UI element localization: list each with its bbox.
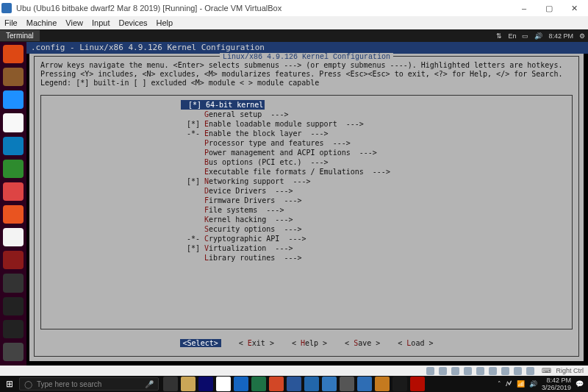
kconfig-menu-list[interactable]: [*] 64-bit kernel General setup --->[*] …	[181, 100, 390, 263]
amazon-icon[interactable]	[3, 228, 24, 246]
start-button[interactable]: ⊞	[0, 376, 19, 392]
updater-icon[interactable]	[3, 297, 24, 316]
edge-icon[interactable]	[322, 377, 337, 391]
explorer-icon[interactable]	[181, 377, 196, 391]
tray-power-icon[interactable]: 🗲	[506, 380, 512, 388]
maximize-button[interactable]: ▢	[537, 0, 562, 16]
kconfig-item[interactable]: File systems --->	[181, 205, 390, 215]
usb-indicator-icon[interactable]	[464, 367, 472, 375]
kconfig-item[interactable]: Power management and ACPI options --->	[181, 148, 390, 157]
files-icon[interactable]	[3, 68, 24, 86]
kconfig-item[interactable]: Device Drivers --->	[181, 186, 390, 196]
search-placeholder: Type here to search	[37, 380, 101, 388]
kconfig-xit-button[interactable]: < Exit >	[239, 339, 274, 347]
chrome-icon[interactable]	[216, 377, 231, 391]
kconfig-item[interactable]: Library routines --->	[181, 253, 390, 263]
kconfig-item[interactable]: -*- Cryptographic API --->	[181, 234, 390, 243]
gnome-top-panel: Terminal ⇅ En ▭ 🔊 8:42 PM ⚙	[0, 29, 588, 42]
cortana-icon: ◯	[24, 380, 32, 388]
kconfig-item[interactable]: General setup --->	[181, 110, 390, 119]
cpu-indicator-icon[interactable]	[514, 367, 522, 375]
dash-icon[interactable]	[3, 45, 24, 63]
search-input[interactable]: ◯ Type here to search 🎤	[19, 377, 159, 391]
windows-taskbar: ⊞ ◯ Type here to search 🎤 ˄ 🗲 📶 🔊 8:42 P…	[0, 376, 588, 392]
notepad-icon[interactable]	[340, 377, 354, 391]
host-menu-input[interactable]: Input	[92, 18, 110, 27]
kconfig-item[interactable]: [*] Enable loadable module support --->	[181, 119, 390, 129]
host-menu-machine[interactable]: Machine	[26, 18, 57, 27]
store-icon[interactable]	[198, 377, 213, 391]
impress-icon[interactable]	[3, 182, 24, 201]
outlook-icon[interactable]	[234, 377, 248, 391]
kconfig-item[interactable]: Executable file formats / Emulations ---…	[181, 167, 390, 177]
kdetool-icon[interactable]	[304, 377, 319, 391]
system-tray: ˄ 🗲 📶 🔊 8:42 PM 3/26/2019 💬	[493, 377, 588, 391]
kconfig-oad-button[interactable]: < Load >	[398, 339, 433, 347]
network-icon[interactable]: ⇅	[496, 32, 502, 40]
active-app-label[interactable]: Terminal	[0, 30, 40, 41]
trash-icon[interactable]	[3, 343, 24, 361]
running-vm-icon[interactable]	[375, 377, 390, 391]
minimize-button[interactable]: –	[512, 0, 537, 16]
host-menu-help[interactable]: Help	[157, 18, 173, 27]
host-menu-file[interactable]: File	[4, 18, 18, 27]
libreoffice-icon[interactable]	[3, 113, 24, 132]
photos-icon[interactable]	[392, 377, 407, 391]
kconfig-item[interactable]: Security options --->	[181, 224, 390, 234]
excel-icon[interactable]	[251, 377, 266, 391]
battery-icon[interactable]: ▭	[522, 32, 528, 40]
disk-indicator-icon[interactable]	[426, 367, 434, 375]
task-view-icon[interactable]	[163, 377, 178, 391]
kconfig-item[interactable]: [*] Virtualization --->	[181, 243, 390, 253]
ubuntu-software-icon[interactable]	[3, 205, 24, 224]
kconfig-item[interactable]: [*] Networking support --->	[181, 177, 390, 186]
unity-launcher	[0, 42, 26, 366]
display-indicator-icon[interactable]	[489, 367, 497, 375]
lang-indicator[interactable]: En	[508, 32, 516, 40]
virtualbox-icon[interactable]	[357, 377, 372, 391]
kconfig-item[interactable]: Bus options (PCI etc.) --->	[181, 157, 390, 167]
kconfig-item[interactable]: Processor type and features --->	[181, 138, 390, 148]
calc-icon[interactable]	[3, 160, 24, 178]
close-button[interactable]: ✕	[562, 0, 587, 16]
powerpoint-icon[interactable]	[269, 377, 284, 391]
optical-indicator-icon[interactable]	[439, 367, 447, 375]
adobe-icon[interactable]	[410, 377, 425, 391]
host-menu-view[interactable]: View	[65, 18, 83, 27]
terminal-title: .config - Linux/x86 4.9.126 Kernel Confi…	[26, 42, 588, 54]
tray-wifi-icon[interactable]: 📶	[517, 380, 525, 388]
notifications-icon[interactable]: 💬	[576, 380, 584, 388]
taskbar-clock[interactable]: 8:42 PM 3/26/2019	[542, 377, 571, 391]
word-icon[interactable]	[287, 377, 301, 391]
mic-icon[interactable]: 🎤	[145, 380, 154, 388]
kconfig-title: Linux/x86 4.9.126 Kernel Configuration	[220, 53, 393, 61]
kconfig-ave-button[interactable]: < Save >	[345, 339, 380, 347]
host-title: Ubu (Ubu16 bitbake dwarf2 Mar 8 2019) [R…	[16, 4, 282, 13]
writer-icon[interactable]	[3, 137, 24, 155]
tray-chevron-icon[interactable]: ˄	[498, 380, 501, 388]
gear-icon[interactable]: ⚙	[579, 32, 585, 40]
recording-indicator-icon[interactable]	[501, 367, 509, 375]
shared-folders-icon[interactable]	[476, 367, 484, 375]
mouse-integration-icon[interactable]	[526, 367, 534, 375]
menuconfig-screen: Linux/x86 4.9.126 Kernel Configuration A…	[29, 54, 584, 361]
kconfig-item[interactable]: -*- Enable the block layer --->	[181, 129, 390, 138]
host-titlebar: Ubu (Ubu16 bitbake dwarf2 Mar 8 2019) [R…	[0, 0, 588, 16]
kconfig-item[interactable]: Firmware Drivers --->	[181, 196, 390, 205]
unknown-icon[interactable]	[3, 274, 24, 292]
kconfig-item[interactable]: [*] 64-bit kernel	[181, 100, 390, 110]
panel-clock[interactable]: 8:42 PM	[548, 32, 573, 40]
settings-icon[interactable]	[3, 251, 24, 269]
terminal-icon[interactable]	[3, 320, 24, 338]
volume-icon[interactable]: 🔊	[534, 32, 542, 40]
kconfig-button-row: <Select>< Exit >< Help >< Save >< Load >	[35, 339, 578, 347]
network-indicator-icon[interactable]	[451, 367, 459, 375]
virtualbox-logo-icon	[1, 3, 12, 13]
kconfig-help: Arrow keys navigate the menu. <Enter> se…	[40, 61, 573, 88]
host-menu-devices[interactable]: Devices	[118, 18, 147, 27]
kconfig-item[interactable]: Kernel hacking --->	[181, 215, 390, 224]
kconfig-elect-button[interactable]: <Select>	[180, 339, 221, 347]
tray-vol-icon[interactable]: 🔊	[529, 380, 537, 388]
kconfig-elp-button[interactable]: < Help >	[292, 339, 327, 347]
firefox-icon[interactable]	[3, 90, 24, 109]
